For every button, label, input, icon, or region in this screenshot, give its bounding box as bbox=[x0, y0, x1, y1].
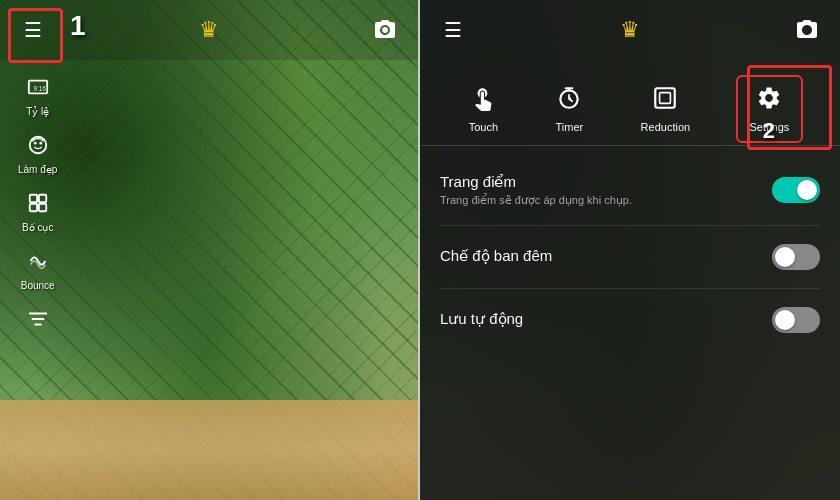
sidebar-item-beauty[interactable]: Làm đẹp bbox=[10, 128, 65, 181]
red-highlight-box-1 bbox=[8, 8, 63, 63]
settings-item-makeup: Trang điểm Trang điểm sẽ được áp dụng kh… bbox=[440, 155, 820, 226]
svg-rect-7 bbox=[29, 204, 36, 211]
makeup-toggle[interactable] bbox=[772, 177, 820, 203]
svg-rect-5 bbox=[29, 195, 36, 202]
svg-point-4 bbox=[39, 142, 42, 145]
menu-item-touch[interactable]: Touch bbox=[457, 77, 510, 141]
ratio-label: Tỷ lệ bbox=[26, 106, 49, 117]
night-mode-title: Chế độ ban đêm bbox=[440, 247, 772, 265]
timer-icon bbox=[556, 85, 582, 117]
menu-item-timer[interactable]: Timer bbox=[543, 77, 595, 141]
floor-area bbox=[0, 400, 418, 500]
touch-icon bbox=[470, 85, 496, 117]
ratio-icon: 9:16 bbox=[27, 76, 49, 104]
svg-rect-10 bbox=[656, 88, 676, 108]
sidebar-item-ratio[interactable]: 9:16 Tỷ lệ bbox=[10, 70, 65, 123]
auto-save-toggle-knob bbox=[775, 310, 795, 330]
settings-list: Trang điểm Trang điểm sẽ được áp dụng kh… bbox=[420, 155, 840, 500]
sidebar-item-bounce[interactable]: Bounce bbox=[10, 244, 65, 297]
step-number-2: 2 bbox=[763, 118, 775, 144]
settings-item-auto-save: Lưu tự động bbox=[440, 289, 820, 351]
filter-icon bbox=[27, 308, 49, 336]
right-camera-flip-icon[interactable] bbox=[789, 12, 825, 48]
layout-icon bbox=[27, 192, 49, 220]
beauty-label: Làm đẹp bbox=[18, 164, 57, 175]
night-mode-text: Chế độ ban đêm bbox=[440, 247, 772, 268]
red-highlight-box-2 bbox=[747, 65, 832, 150]
auto-save-toggle[interactable] bbox=[772, 307, 820, 333]
timer-label: Timer bbox=[555, 121, 583, 133]
reduction-icon bbox=[652, 85, 678, 117]
layout-label: Bố cục bbox=[22, 222, 53, 233]
svg-rect-11 bbox=[660, 93, 671, 104]
svg-text:9:16: 9:16 bbox=[33, 85, 46, 92]
settings-item-night-mode: Chế độ ban đêm bbox=[440, 226, 820, 289]
touch-label: Touch bbox=[469, 121, 498, 133]
svg-rect-8 bbox=[39, 204, 46, 211]
bounce-label: Bounce bbox=[21, 280, 55, 291]
left-sidebar: 9:16 Tỷ lệ Làm đẹp bbox=[10, 70, 65, 344]
right-top-bar: ☰ ♛ bbox=[420, 0, 840, 60]
auto-save-title: Lưu tự động bbox=[440, 310, 772, 328]
right-panel: ☰ ♛ Touch bbox=[420, 0, 840, 500]
beauty-icon bbox=[27, 134, 49, 162]
sidebar-item-filter[interactable] bbox=[10, 302, 65, 344]
svg-point-3 bbox=[34, 142, 37, 145]
makeup-title: Trang điểm bbox=[440, 173, 772, 191]
right-menu-icon[interactable]: ☰ bbox=[435, 12, 471, 48]
makeup-text: Trang điểm Trang điểm sẽ được áp dụng kh… bbox=[440, 173, 772, 207]
menu-item-reduction[interactable]: Reduction bbox=[629, 77, 703, 141]
right-crown-icon: ♛ bbox=[612, 12, 648, 48]
svg-rect-6 bbox=[39, 195, 46, 202]
left-crown-icon: ♛ bbox=[191, 12, 227, 48]
night-mode-toggle-knob bbox=[775, 247, 795, 267]
left-camera-flip-icon[interactable] bbox=[367, 12, 403, 48]
makeup-desc: Trang điểm sẽ được áp dụng khi chụp. bbox=[440, 194, 772, 207]
bounce-icon bbox=[27, 250, 49, 278]
step-number-1: 1 bbox=[70, 10, 86, 42]
sidebar-item-layout[interactable]: Bố cục bbox=[10, 186, 65, 239]
reduction-label: Reduction bbox=[641, 121, 691, 133]
night-mode-toggle[interactable] bbox=[772, 244, 820, 270]
left-panel: ☰ ♛ 1 9:16 Tỷ lệ bbox=[0, 0, 420, 500]
makeup-toggle-knob bbox=[797, 180, 817, 200]
auto-save-text: Lưu tự động bbox=[440, 310, 772, 331]
